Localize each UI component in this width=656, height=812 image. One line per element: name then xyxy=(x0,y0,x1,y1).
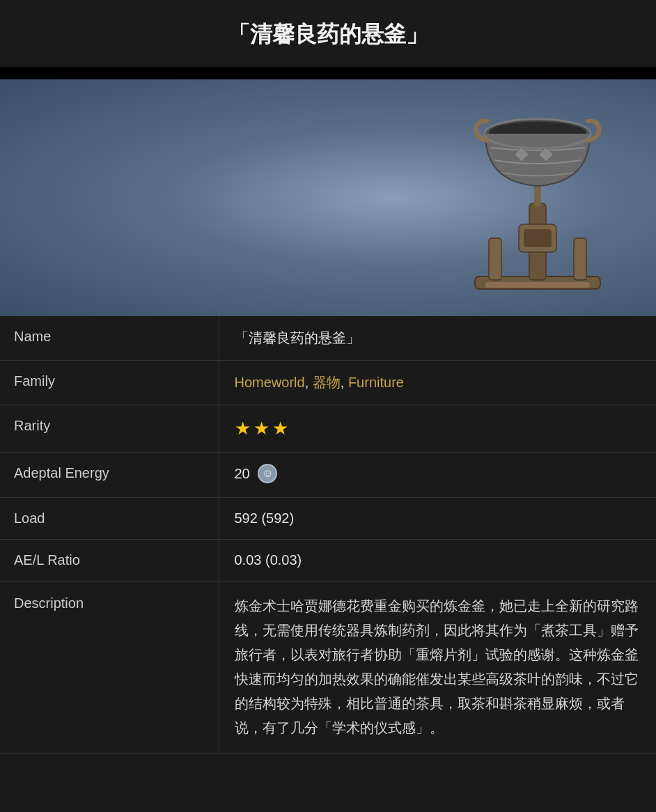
rarity-value: ★★★ xyxy=(219,405,656,453)
ae-l-ratio-value: 0.03 (0.03) xyxy=(219,540,656,581)
info-table: Name 「清馨良药的悬釜」 Family Homeworld, 器物, Fur… xyxy=(0,316,656,754)
rarity-stars: ★★★ xyxy=(235,418,291,439)
adeptal-energy-label: Adeptal Energy xyxy=(0,453,219,498)
ae-l-ratio-label: AE/L Ratio xyxy=(0,540,219,581)
name-label: Name xyxy=(0,316,219,361)
item-image-container xyxy=(0,79,656,316)
adeptal-energy-number: 20 xyxy=(235,466,250,481)
rarity-label: Rarity xyxy=(0,405,219,453)
svg-rect-2 xyxy=(489,238,501,280)
name-row: Name 「清馨良药的悬釜」 xyxy=(0,316,656,361)
black-bar xyxy=(0,67,656,79)
description-text: 炼金术士哈贾娜德花费重金购买的炼金釜，她已走上全新的研究路线，无需使用传统器具炼… xyxy=(235,594,643,740)
page-title: 「清馨良药的悬釜」 xyxy=(0,0,656,67)
svg-rect-6 xyxy=(524,229,552,247)
adeptal-energy-value: 20 xyxy=(219,453,656,498)
rarity-row: Rarity ★★★ xyxy=(0,405,656,453)
family-homeworld[interactable]: Homeworld xyxy=(235,375,305,390)
load-label: Load xyxy=(0,498,219,540)
family-value: Homeworld, 器物, Furniture xyxy=(219,361,656,405)
family-sep1: , xyxy=(305,375,313,390)
description-label: Description xyxy=(0,581,219,754)
item-image xyxy=(447,99,628,311)
description-value: 炼金术士哈贾娜德花费重金购买的炼金釜，她已走上全新的研究路线，无需使用传统器具炼… xyxy=(219,581,656,754)
ae-l-ratio-row: AE/L Ratio 0.03 (0.03) xyxy=(0,540,656,581)
description-row: Description 炼金术士哈贾娜德花费重金购买的炼金釜，她已走上全新的研究… xyxy=(0,581,656,754)
family-row: Family Homeworld, 器物, Furniture xyxy=(0,361,656,405)
svg-rect-3 xyxy=(574,238,586,280)
svg-rect-1 xyxy=(485,282,590,288)
name-value: 「清馨良药的悬釜」 xyxy=(219,316,656,361)
family-furniture[interactable]: Furniture xyxy=(348,375,404,390)
adeptal-energy-row: Adeptal Energy 20 xyxy=(0,453,656,498)
family-sep2: , xyxy=(341,375,348,390)
adeptal-energy-icon xyxy=(258,464,277,483)
load-row: Load 592 (592) xyxy=(0,498,656,540)
family-label: Family xyxy=(0,361,219,405)
family-qiwu[interactable]: 器物 xyxy=(313,375,341,390)
load-value: 592 (592) xyxy=(219,498,656,540)
